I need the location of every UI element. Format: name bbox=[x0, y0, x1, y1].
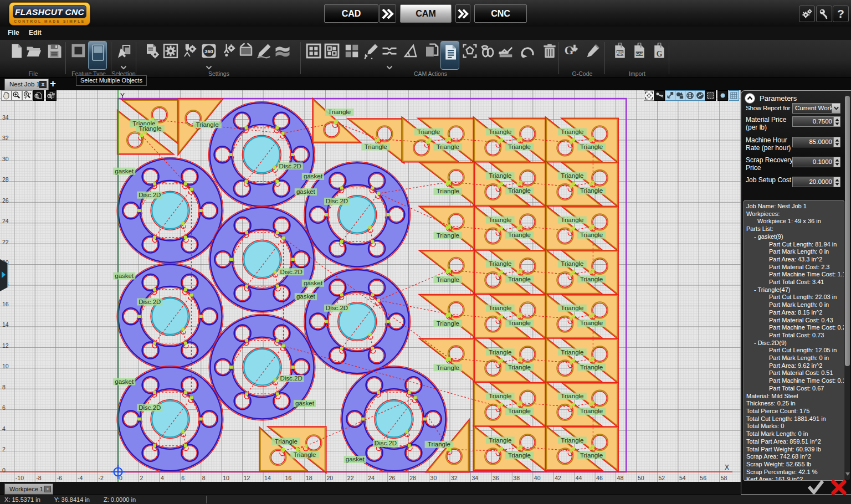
dropdown-chevron-icon[interactable] bbox=[206, 62, 212, 66]
nest-sheet-icon bbox=[324, 43, 340, 59]
flyout-handle[interactable] bbox=[0, 259, 8, 291]
pierce-point bbox=[190, 294, 193, 297]
ruler-x-number: 30 bbox=[430, 475, 437, 481]
show-toolpath-button[interactable] bbox=[685, 90, 695, 101]
show-pierce-points-button[interactable] bbox=[717, 90, 728, 101]
duplicate-part-button[interactable] bbox=[423, 43, 440, 59]
rotary-settings-button[interactable]: 360 bbox=[201, 43, 217, 59]
menu-edit[interactable]: Edit bbox=[29, 29, 42, 37]
import-dxf-button[interactable]: DXFDWG bbox=[612, 43, 628, 59]
ruler-y-number: 10 bbox=[2, 363, 9, 369]
zoom-options-button[interactable] bbox=[22, 90, 33, 101]
pierce-point bbox=[592, 137, 595, 140]
dropdown-chevron-icon[interactable] bbox=[386, 62, 393, 66]
selection-marquee-button[interactable] bbox=[705, 90, 716, 101]
zoom-selection-button[interactable] bbox=[665, 90, 675, 101]
apply-button[interactable] bbox=[807, 480, 824, 495]
chain-link-button[interactable] bbox=[479, 43, 496, 59]
license-key-button[interactable] bbox=[816, 6, 832, 22]
gcode-edit-button[interactable] bbox=[585, 43, 602, 59]
layer-settings-button[interactable] bbox=[274, 43, 291, 59]
parameter-label: Job Setup Cost bbox=[746, 177, 793, 184]
pierce-point bbox=[275, 180, 279, 183]
show-shapes-button[interactable] bbox=[675, 90, 685, 101]
add-tab-button[interactable]: + bbox=[50, 78, 56, 90]
zoom-in-button[interactable] bbox=[12, 90, 22, 101]
tab-close-icon[interactable]: x bbox=[39, 81, 47, 88]
parameter-spinner[interactable]: 0.1000 bbox=[792, 157, 840, 167]
gcode-export-button[interactable]: G bbox=[563, 43, 580, 59]
toggle-grid-button[interactable] bbox=[729, 90, 739, 101]
spinner-arrows[interactable] bbox=[833, 157, 840, 167]
parameter-spinner[interactable]: 85.0000 bbox=[792, 137, 840, 147]
pierce-point bbox=[500, 182, 503, 186]
cancel-button[interactable] bbox=[830, 480, 848, 495]
pan-hand-button[interactable] bbox=[1, 90, 12, 101]
part-label: Triangle bbox=[580, 143, 603, 150]
open-file-button[interactable] bbox=[25, 43, 42, 59]
marking-settings-button[interactable] bbox=[255, 43, 272, 59]
scrollbar-down-arrow-icon[interactable] bbox=[845, 472, 850, 476]
kerf-view-button[interactable] bbox=[654, 90, 665, 101]
canvas-drawing[interactable]: gasketDisc.2DgasketDisc.2DgasketDisc.2Dg… bbox=[0, 90, 741, 482]
cad-button[interactable]: CAD bbox=[324, 4, 378, 23]
select-multiple-objects-button[interactable] bbox=[115, 43, 132, 59]
tab-workpiece-1[interactable]: Workpiece 1 x bbox=[4, 484, 53, 495]
ruler-x-number: 2 bbox=[140, 475, 143, 481]
edit-toolpath-button[interactable] bbox=[364, 43, 381, 59]
display-settings-button[interactable] bbox=[238, 43, 254, 59]
job-report-button[interactable] bbox=[440, 41, 459, 70]
pierce-point bbox=[589, 183, 592, 186]
parameter-spinner[interactable]: 20.0000 bbox=[792, 177, 840, 187]
cam-button[interactable]: CAM bbox=[400, 4, 452, 23]
tab-nest-job-1[interactable]: Nest Job 1 x bbox=[4, 79, 49, 90]
material-settings-icon bbox=[144, 43, 161, 59]
delete-icon bbox=[541, 43, 558, 59]
panel-scrollbar[interactable] bbox=[845, 92, 850, 480]
machine-settings-button[interactable] bbox=[799, 6, 815, 22]
import-cad-button[interactable]: CAD bbox=[631, 43, 648, 59]
undo-button[interactable] bbox=[520, 43, 536, 59]
nest-sheet-button[interactable] bbox=[324, 43, 340, 59]
expand-shape-button[interactable] bbox=[462, 43, 478, 59]
save-file-button[interactable] bbox=[46, 43, 63, 59]
menu-file[interactable]: File bbox=[8, 29, 19, 37]
spinner-arrows[interactable] bbox=[833, 177, 840, 187]
machine-settings-button[interactable] bbox=[162, 43, 179, 59]
scrollbar-thumb[interactable] bbox=[845, 96, 850, 366]
status-y: Y: 36.8414 in bbox=[54, 496, 90, 503]
workpiece-tab-close-icon[interactable]: x bbox=[44, 486, 51, 492]
material-settings-button[interactable] bbox=[144, 43, 161, 59]
zoom-all-parts-button[interactable] bbox=[46, 90, 57, 101]
tabs-bridges-button[interactable] bbox=[381, 43, 398, 59]
select-feature-button[interactable] bbox=[88, 41, 107, 70]
nesting-canvas[interactable]: gasketDisc.2DgasketDisc.2DgasketDisc.2Dg… bbox=[0, 90, 741, 482]
parameter-spinner[interactable]: 0.7500 bbox=[792, 116, 840, 127]
zoom-part-button[interactable] bbox=[33, 90, 44, 101]
help-button[interactable]: ? bbox=[833, 6, 849, 22]
cnc-button[interactable]: CNC bbox=[474, 4, 527, 23]
dropdown-arrow-icon[interactable] bbox=[832, 104, 840, 113]
grid-array-button[interactable] bbox=[344, 43, 360, 59]
fit-view-button[interactable] bbox=[644, 90, 654, 101]
spinner-arrows[interactable] bbox=[833, 137, 840, 147]
part-label: gasket bbox=[296, 293, 316, 300]
zoom-selection-icon bbox=[665, 91, 675, 100]
point-feature-button[interactable] bbox=[70, 43, 87, 59]
simulate-cut-button[interactable] bbox=[498, 43, 514, 59]
simulate-view-button[interactable] bbox=[695, 90, 705, 101]
cad-to-cam-chevron-icon[interactable] bbox=[379, 4, 396, 23]
dropdown-chevron-icon[interactable] bbox=[120, 62, 127, 66]
measure-angle-button[interactable] bbox=[402, 43, 419, 59]
new-file-button[interactable] bbox=[8, 43, 24, 59]
show-report-for-dropdown[interactable]: Current Workpiece bbox=[792, 103, 840, 114]
spinner-arrows[interactable] bbox=[833, 117, 840, 126]
import-gcode-button[interactable]: G bbox=[651, 43, 668, 59]
pierce-point bbox=[340, 240, 344, 243]
collapse-panel-button[interactable] bbox=[745, 93, 755, 104]
torch-settings-button[interactable] bbox=[181, 43, 197, 59]
delete-button[interactable] bbox=[541, 43, 558, 59]
toolpath-settings-button[interactable] bbox=[219, 43, 235, 59]
nest-parts-button[interactable] bbox=[305, 43, 322, 59]
cam-to-cnc-chevron-icon[interactable] bbox=[455, 4, 470, 23]
